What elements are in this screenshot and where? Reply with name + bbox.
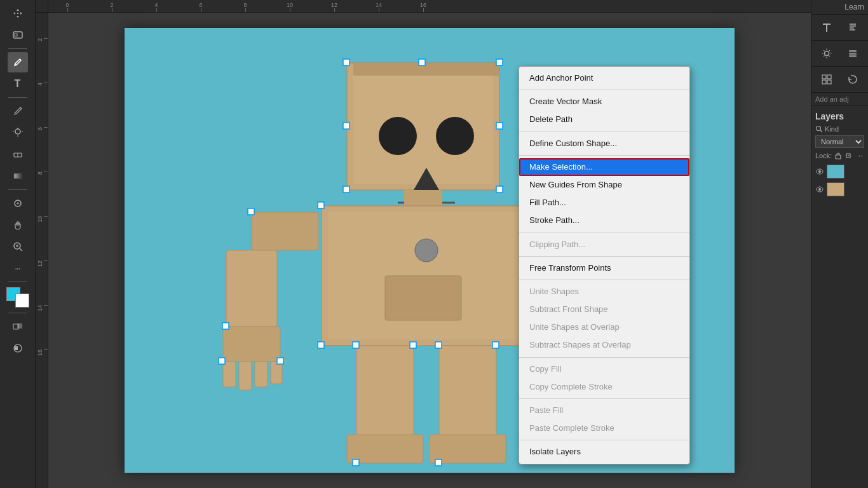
menu-item-delete-path[interactable]: Delete Path: [519, 111, 689, 128]
left-toolbar: T: [0, 0, 36, 488]
svg-rect-49: [343, 186, 349, 193]
svg-point-80: [817, 126, 821, 131]
menu-separator-7: [519, 357, 689, 358]
tool-gradient[interactable]: [8, 166, 28, 186]
menu-item-subtract-overlap: Subtract Shapes at Overlap: [519, 336, 689, 354]
menu-item-add-anchor[interactable]: Add Anchor Point: [519, 69, 689, 87]
separator: [8, 48, 27, 49]
svg-rect-54: [318, 202, 324, 208]
layers-icon[interactable]: [845, 46, 860, 61]
tool-eraser[interactable]: [8, 144, 28, 165]
svg-rect-59: [410, 342, 416, 348]
svg-rect-7: [14, 173, 22, 179]
position-lock-icon[interactable]: [844, 152, 852, 159]
extra-icons: [811, 67, 868, 93]
svg-point-4: [15, 129, 20, 134]
svg-point-72: [825, 51, 829, 56]
layer-item-1[interactable]: [815, 163, 864, 180]
svg-rect-69: [277, 358, 283, 364]
svg-rect-62: [353, 459, 359, 466]
menu-item-stroke-path[interactable]: Stroke Path...: [519, 212, 689, 229]
svg-rect-76: [822, 75, 826, 79]
menu-item-fill-path[interactable]: Fill Path...: [519, 194, 689, 212]
tool-brush[interactable]: [8, 101, 28, 121]
svg-rect-19: [353, 63, 499, 76]
kind-label: Kind: [825, 125, 839, 133]
blend-mode-select[interactable]: Normal: [815, 135, 864, 148]
svg-rect-47: [343, 59, 349, 65]
svg-rect-33: [239, 362, 252, 390]
tool-pen[interactable]: [8, 52, 28, 72]
menu-item-new-guides[interactable]: New Guides From Shape: [519, 176, 689, 194]
tool-zoom[interactable]: [8, 236, 28, 257]
svg-rect-16: [15, 346, 18, 350]
search-icon: [815, 125, 823, 133]
svg-line-81: [820, 130, 822, 132]
svg-point-27: [415, 239, 438, 262]
sun-icon[interactable]: [819, 46, 834, 61]
tool-hand[interactable]: [8, 215, 28, 235]
svg-rect-50: [496, 186, 503, 193]
menu-item-define-custom-shape[interactable]: Define Custom Shape...: [519, 135, 689, 152]
layer-item-2[interactable]: [815, 181, 864, 198]
tool-lasso[interactable]: [8, 25, 28, 45]
menu-item-unite-overlap: Unite Shapes at Overlap: [519, 318, 689, 336]
svg-rect-34: [255, 362, 268, 387]
lock-icon[interactable]: [834, 152, 842, 159]
menu-separator-1: [519, 90, 689, 90]
learn-label: Learn: [844, 3, 864, 11]
svg-rect-63: [435, 459, 442, 466]
properties-icons: [811, 15, 868, 41]
menu-item-free-transform[interactable]: Free Transform Points: [519, 259, 689, 277]
tool-switch[interactable]: [8, 316, 28, 337]
tool-more[interactable]: ···: [8, 258, 28, 278]
svg-rect-64: [248, 208, 254, 215]
svg-rect-53: [496, 123, 503, 129]
layer-visibility-2[interactable]: [815, 185, 824, 194]
add-adjustment-label: Add an adj: [811, 93, 868, 106]
menu-item-isolate-layers[interactable]: Isolate Layers: [519, 443, 689, 461]
tool-clone[interactable]: [8, 123, 28, 143]
type-icon[interactable]: [819, 20, 834, 35]
svg-rect-29: [252, 212, 318, 250]
layer-visibility-1[interactable]: [815, 167, 824, 176]
background-color[interactable]: [15, 294, 29, 308]
right-panel: Learn: [811, 0, 868, 488]
svg-rect-77: [827, 75, 831, 79]
svg-rect-28: [385, 276, 461, 320]
svg-rect-79: [827, 80, 831, 84]
menu-separator-8: [519, 398, 689, 399]
canvas-area: 0 2 4 6 8 10 12 14 16 2 4 6: [36, 0, 811, 488]
svg-point-20: [379, 117, 417, 155]
svg-rect-60: [435, 342, 442, 348]
separator2: [8, 97, 27, 98]
tool-mask[interactable]: [8, 338, 28, 358]
layer-thumb-1: [827, 165, 844, 179]
svg-rect-58: [353, 342, 359, 348]
menu-separator-5: [519, 256, 689, 257]
tool-move[interactable]: [8, 3, 28, 24]
menu-item-copy-fill: Copy Fill: [519, 360, 689, 378]
right-panel-top: Learn: [811, 0, 868, 15]
paragraph-icon[interactable]: [845, 20, 860, 35]
menu-separator-4: [519, 233, 689, 233]
svg-rect-68: [219, 358, 225, 364]
svg-rect-0: [17, 13, 18, 14]
menu-item-create-vector-mask[interactable]: Create Vector Mask: [519, 93, 689, 111]
svg-rect-61: [492, 342, 499, 348]
svg-rect-51: [419, 59, 425, 65]
grid-icon[interactable]: [819, 72, 834, 87]
layer-thumb-2: [827, 182, 844, 196]
tool-dodge[interactable]: [8, 193, 28, 214]
svg-rect-78: [822, 80, 826, 84]
context-menu: Add Anchor Point Create Vector Mask Dele…: [519, 66, 690, 464]
layers-title: Layers: [815, 111, 864, 121]
history-icon[interactable]: [845, 72, 860, 87]
menu-item-make-selection[interactable]: Make Selection...: [519, 158, 689, 176]
svg-rect-24: [404, 190, 442, 206]
tool-type[interactable]: T: [8, 74, 28, 94]
svg-rect-35: [271, 362, 282, 384]
separator4: [8, 281, 27, 282]
ruler-top: 0 2 4 6 8 10 12 14 16: [48, 0, 811, 13]
svg-point-21: [436, 117, 474, 155]
